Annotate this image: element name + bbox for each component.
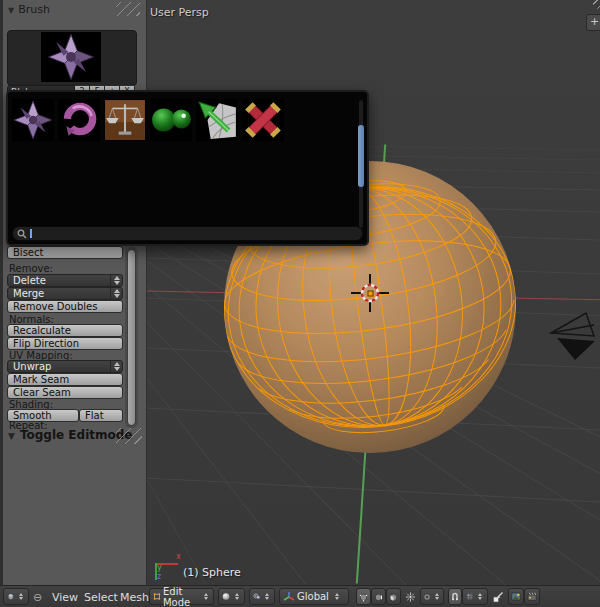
proportional-off-circle-icon [424,592,430,602]
manipulator-axes-icon [283,591,295,603]
spiky-star-brush-icon [41,32,101,82]
vertex-select-cube-icon [359,592,368,602]
stepper-arrows-icon [110,361,122,372]
window-edge [0,0,3,585]
remove-section-label: Remove: [9,263,53,274]
render-photo-icon [511,591,521,602]
brush-preview-image [41,32,101,82]
menu-view[interactable]: View [52,591,78,604]
active-object-info: (1) Sphere [183,566,241,579]
tool-shelf: ▼Brush Blob [0,0,147,585]
pivot-point-dropdown[interactable] [249,588,275,605]
clapperboard-icon [527,591,537,602]
viewport-shading-dropdown[interactable] [218,588,245,605]
green-arrow-brush-thumb[interactable] [196,99,238,141]
brush-search-field[interactable] [12,226,363,241]
recalculate-button[interactable]: Recalculate [7,324,123,337]
orientation-dropdown[interactable]: Global [279,588,349,605]
viewport-header: ⊖ View Select Mesh Edit Mode [0,585,600,607]
green-spheres-brush-thumb[interactable] [150,99,192,141]
blender-window: User Persp + x y z (1) Sphere ▼Brush [0,0,600,607]
occlude-geometry-button[interactable] [403,588,418,605]
snap-target-button[interactable] [490,588,506,605]
median-point-icon [253,591,261,602]
brush-preview[interactable] [7,30,137,86]
mode-dropdown[interactable]: Edit Mode [149,588,214,605]
menu-mesh[interactable]: Mesh [120,591,149,604]
scales-brush-thumb[interactable] [104,99,146,141]
delete-dropdown[interactable]: Delete [7,274,123,287]
merge-dropdown[interactable]: Merge [7,287,123,300]
snap-magnet-button[interactable] [448,588,462,605]
shelf-scrollbar-thumb[interactable] [127,249,136,426]
brush-thumbnail-row [12,99,284,141]
stepper-arrows-icon [202,593,210,600]
stepper-arrows-icon [264,593,272,600]
snap-element-dropdown[interactable] [462,588,488,605]
gizmo-x-label: x [176,552,181,561]
edit-mode-icon [153,591,161,602]
snap-increment-grid-icon [466,591,474,602]
brush-panel-header[interactable]: ▼Brush [8,3,50,16]
stepper-arrows-icon [477,593,485,600]
stepper-arrows-icon [433,593,440,600]
gizmo-z-label: z [157,572,161,581]
proportional-edit-dropdown[interactable] [420,588,444,605]
panel-collapse-icon: ▼ [8,6,14,15]
stepper-arrows-icon [110,288,122,299]
opengl-render-anim-button[interactable] [524,588,540,605]
face-select-button[interactable] [386,588,401,605]
face-select-cube-icon [389,592,398,602]
purple-ring-brush-thumb[interactable] [58,99,100,141]
expand-properties-button[interactable]: + [586,14,600,31]
vertex-select-button[interactable] [356,588,371,605]
stepper-arrows-icon [18,593,26,600]
axis-gizmo: x y z [148,554,182,584]
viewport-3d[interactable]: User Persp + x y z (1) Sphere [146,0,600,585]
panel-grip-icon[interactable] [116,428,142,444]
editor-type-dropdown[interactable] [3,588,29,605]
mark-seam-button[interactable]: Mark Seam [7,373,123,386]
search-icon [17,229,27,239]
gizmo-y-label: y [157,563,162,572]
remove-doubles-button[interactable]: Remove Doubles [7,300,123,313]
popup-scrollbar-thumb[interactable] [358,125,364,187]
edge-select-button[interactable] [371,588,386,605]
view-label: User Persp [150,6,209,19]
panel-grip-icon[interactable] [116,2,140,16]
flat-button[interactable]: Flat [79,409,123,422]
camera-object[interactable] [546,308,600,364]
stepper-arrows-icon [233,593,241,600]
edge-select-cube-icon [374,592,383,602]
menu-select[interactable]: Select [84,591,118,604]
editor-3d-view-icon [7,591,15,602]
toggle-editmode-panel-header[interactable]: ▼Toggle Editmode [8,428,132,442]
magnet-icon [451,591,459,602]
bisect-button[interactable]: Bisect [7,246,123,259]
flip-direction-button[interactable]: Flip Direction [7,337,123,350]
unwrap-dropdown[interactable]: Unwrap [7,360,123,373]
red-cross-brush-thumb[interactable] [242,99,284,141]
text-cursor [30,229,32,238]
panel-collapse-icon: ▼ [8,431,15,441]
solid-shading-sphere-icon [222,591,230,602]
opengl-render-button[interactable] [508,588,524,605]
spiky-star-brush-thumb[interactable] [12,99,54,141]
shelf-scrollbar[interactable] [125,247,138,428]
collapse-menus-icon[interactable]: ⊖ [33,591,42,604]
3d-cursor-icon [348,271,392,315]
clear-seam-button[interactable]: Clear Seam [7,386,123,399]
brush-select-popup [6,90,369,246]
stepper-arrows-icon [332,593,343,600]
occlude-starburst-icon [405,591,416,603]
snap-target-cube-icon [492,591,504,603]
stepper-arrows-icon [110,275,122,286]
